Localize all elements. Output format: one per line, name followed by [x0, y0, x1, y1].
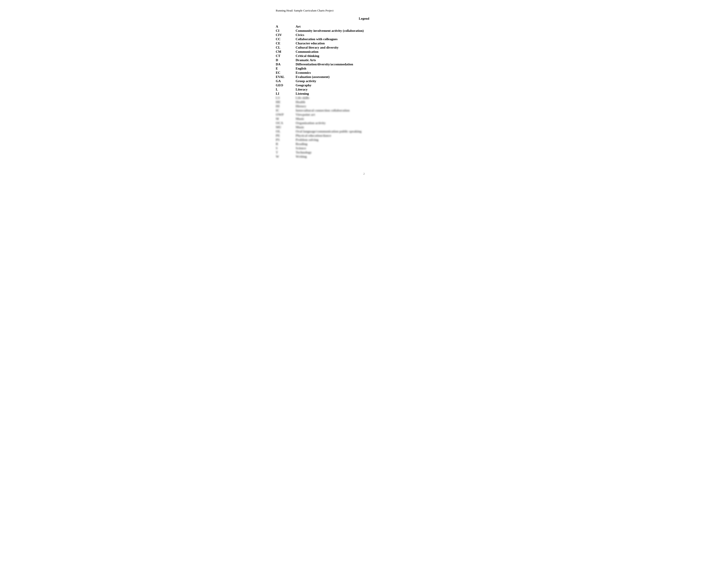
legend-label: Collaboration with colleagues [296, 37, 452, 41]
list-item: OCAOrganization activity [276, 121, 452, 125]
legend-label: Group activity [296, 79, 452, 83]
list-item: CCCollaboration with colleagues [276, 37, 452, 41]
legend-abbr: M [276, 117, 296, 121]
legend-abbr: DA [276, 62, 296, 66]
running-head: Running Head: Sample Curriculum Charts P… [276, 9, 452, 12]
list-item: CIVCivics [276, 33, 452, 37]
legend-label: Physical education/dance [296, 133, 452, 138]
legend-abbr: A [276, 24, 296, 29]
legend-label: Literacy [296, 87, 452, 92]
legend-label: Viewpoint art [296, 113, 452, 117]
legend-label: Music [296, 117, 452, 121]
list-item: OLOral language/communication public spe… [276, 129, 452, 133]
legend-abbr: CE [276, 41, 296, 45]
legend-abbr: D [276, 58, 296, 62]
legend-label: Economics [296, 71, 452, 75]
legend-label: Geography [296, 83, 452, 87]
legend-label: Organization activity [296, 121, 452, 125]
list-item: EEnglish [276, 66, 452, 71]
list-item: HIHistory [276, 104, 452, 108]
list-item: CICommunity involvement activity (collab… [276, 29, 452, 33]
legend-label: Communication [296, 50, 452, 54]
list-item: LSLife skills [276, 96, 452, 100]
legend-abbr: HI [276, 104, 296, 108]
legend-abbr: CL [276, 45, 296, 50]
legend-label: Intercultural connection collaboration [296, 108, 452, 113]
legend-label: Life skills [296, 96, 452, 100]
legend-abbr: PS [276, 138, 296, 142]
list-item: AArt [276, 24, 452, 29]
legend-abbr: OWP [276, 113, 296, 117]
list-item: LLiteracy [276, 87, 452, 92]
list-item: PSProblem solving [276, 138, 452, 142]
list-item: HEHealth [276, 100, 452, 104]
legend-label: Problem solving [296, 138, 452, 142]
legend-label: History [296, 104, 452, 108]
legend-table: AArtCICommunity involvement activity (co… [276, 24, 452, 159]
legend-label: Civics [296, 33, 452, 37]
legend-title: Legend [276, 17, 452, 21]
list-item: OWPViewpoint art [276, 113, 452, 117]
list-item: DADifferentiation/diversity/accommodatio… [276, 62, 452, 66]
list-item: CLCultural literacy and diversity [276, 45, 452, 50]
legend-abbr: PE [276, 133, 296, 138]
legend-label: Writing [296, 154, 452, 159]
legend-abbr: CT [276, 54, 296, 58]
legend-abbr: E [276, 66, 296, 71]
legend-label: Dramatic Arts [296, 58, 452, 62]
list-item: WWriting [276, 154, 452, 159]
legend-label: Evaluation (assessment) [296, 75, 452, 79]
list-item: RReading [276, 142, 452, 146]
legend-label: Community involvement activity (collabor… [296, 29, 452, 33]
legend-abbr: LI [276, 92, 296, 96]
legend-abbr: CM [276, 50, 296, 54]
legend-abbr: LS [276, 96, 296, 100]
legend-abbr: EVAL [276, 75, 296, 79]
list-item: EVALEvaluation (assessment) [276, 75, 452, 79]
list-item: MUMusic [276, 125, 452, 129]
legend-abbr: CI [276, 29, 296, 33]
legend-abbr: GA [276, 79, 296, 83]
legend-abbr: R [276, 142, 296, 146]
legend-abbr: GEO [276, 83, 296, 87]
legend-label: Listening [296, 92, 452, 96]
list-item: CECharacter education [276, 41, 452, 45]
legend-label: Health [296, 100, 452, 104]
legend-abbr: T [276, 150, 296, 154]
legend-abbr: CC [276, 37, 296, 41]
legend-label: Technology [296, 150, 452, 154]
list-item: DDramatic Arts [276, 58, 452, 62]
legend-label: Music [296, 125, 452, 129]
list-item: CMCommunication [276, 50, 452, 54]
page-number: 2 [276, 172, 452, 175]
legend-abbr: S [276, 146, 296, 150]
legend-label: English [296, 66, 452, 71]
legend-abbr: W [276, 154, 296, 159]
list-item: GEOGeography [276, 83, 452, 87]
list-item: SScience [276, 146, 452, 150]
legend-label: Oral language/communication public speak… [296, 129, 452, 133]
legend-abbr: OL [276, 129, 296, 133]
legend-abbr: HE [276, 100, 296, 104]
legend-abbr: MU [276, 125, 296, 129]
legend-label: Art [296, 24, 452, 29]
legend-label: Cultural literacy and diversity [296, 45, 452, 50]
list-item: LIListening [276, 92, 452, 96]
list-item: ECEconomics [276, 71, 452, 75]
legend-abbr: L [276, 87, 296, 92]
legend-abbr: CIV [276, 33, 296, 37]
legend-label: Differentiation/diversity/accommodation [296, 62, 452, 66]
list-item: PEPhysical education/dance [276, 133, 452, 138]
list-item: CTCritical thinking [276, 54, 452, 58]
legend-label: Reading [296, 142, 452, 146]
legend-abbr: OCA [276, 121, 296, 125]
list-item: TTechnology [276, 150, 452, 154]
legend-abbr: IC [276, 108, 296, 113]
list-item: GAGroup activity [276, 79, 452, 83]
legend-label: Critical thinking [296, 54, 452, 58]
legend-abbr: EC [276, 71, 296, 75]
legend-label: Character education [296, 41, 452, 45]
list-item: MMusic [276, 117, 452, 121]
legend-label: Science [296, 146, 452, 150]
list-item: ICIntercultural connection collaboration [276, 108, 452, 113]
